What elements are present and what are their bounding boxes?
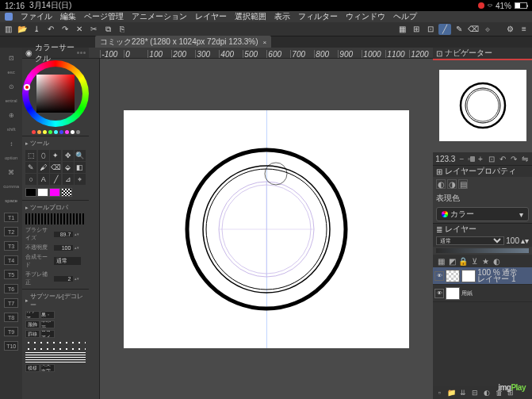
pattern-preview-2[interactable] — [25, 351, 86, 363]
ref-icon[interactable]: ★ — [480, 256, 490, 266]
visibility-toggle-2[interactable]: 👁 — [434, 289, 444, 298]
lock-transparent-icon[interactable]: ▦ — [436, 256, 446, 266]
mask-icon[interactable]: ◐ — [482, 388, 492, 397]
menu-page[interactable]: ページ管理 — [84, 11, 124, 22]
subtab-1[interactable]: 効果・演 — [40, 311, 55, 319]
new-layer-icon[interactable]: ▫ — [434, 388, 444, 397]
tool-pen-icon[interactable]: ✎ — [25, 162, 36, 173]
rotate-l-icon[interactable]: ↶ — [498, 154, 507, 163]
swatch-magenta[interactable] — [49, 188, 60, 197]
effect-2-icon[interactable]: ◑ — [447, 179, 457, 189]
morph-icon[interactable]: ⟐ — [481, 24, 494, 35]
swatch-white[interactable] — [37, 188, 48, 197]
pen-icon[interactable]: ✎ — [453, 24, 465, 35]
layer-row-2[interactable]: 👁 用紙 — [433, 285, 532, 302]
open-icon[interactable]: 📂 — [16, 24, 29, 35]
expr-color-select[interactable]: カラー ▾ — [436, 207, 529, 221]
badge-t7[interactable]: T7 — [4, 298, 18, 308]
close-tab-icon[interactable]: × — [263, 39, 267, 46]
lock-pixel-icon[interactable]: ◩ — [447, 256, 457, 266]
subtab-2[interactable]: 服飾 — [25, 320, 40, 328]
rail-icon-3[interactable]: ⊕ — [4, 108, 18, 122]
brushsize-value[interactable]: 89.7 — [54, 232, 73, 237]
badge-t10[interactable]: T10 — [4, 341, 18, 351]
tool-move-icon[interactable]: ✥ — [63, 150, 74, 161]
effect-3-icon[interactable]: ▤ — [458, 179, 468, 189]
guide-icon[interactable]: ╱ — [438, 24, 451, 35]
menu-window[interactable]: ウィンドウ — [346, 11, 385, 22]
badge-t5[interactable]: T5 — [4, 270, 18, 279]
delete-icon[interactable]: ✕ — [73, 24, 86, 35]
menu-edit[interactable]: 編集 — [60, 11, 76, 22]
badge-t9[interactable]: T9 — [4, 327, 18, 336]
ruler-icon[interactable]: ⊞ — [410, 24, 423, 35]
menu-select[interactable]: 選択範囲 — [235, 11, 266, 22]
tool-ruler-icon[interactable]: ⊿ — [63, 174, 74, 185]
menu-icon[interactable]: ≡ — [518, 24, 530, 35]
menu-filter[interactable]: フィルター — [298, 11, 338, 22]
rail-icon-1[interactable]: ⊡ — [4, 51, 18, 65]
stabilize-value[interactable]: 2 — [54, 276, 73, 282]
tool-brush-icon[interactable]: 🖌 — [38, 162, 49, 173]
undo-icon[interactable]: ↶ — [44, 24, 57, 35]
blend-value[interactable]: 通常 — [54, 257, 81, 265]
draft-icon[interactable]: ◐ — [492, 256, 501, 266]
lock-icon[interactable]: 🔒 — [458, 256, 468, 266]
tool-select-icon[interactable]: ⬚ — [25, 150, 36, 161]
rail-icon-2[interactable]: ⊙ — [4, 79, 18, 94]
menu-file[interactable]: ファイル — [21, 11, 52, 22]
app-logo-icon[interactable] — [5, 13, 13, 21]
save-icon[interactable]: ⤓ — [30, 24, 43, 35]
pattern-preview-1[interactable] — [25, 340, 86, 351]
zoom-value[interactable]: 123.3 — [435, 155, 455, 163]
merge-icon[interactable]: ⊟ — [470, 388, 480, 397]
swatch-black[interactable] — [25, 188, 36, 197]
effect-1-icon[interactable]: ◐ — [436, 179, 446, 189]
visibility-toggle-1[interactable]: 👁 — [434, 271, 444, 281]
badge-t4[interactable]: T4 — [4, 255, 18, 265]
copy-icon[interactable]: ⧉ — [101, 24, 114, 35]
badge-t1[interactable]: T1 — [4, 213, 18, 222]
navigator-preview[interactable] — [433, 59, 532, 152]
tool-wand-icon[interactable]: ✦ — [50, 150, 61, 161]
new-icon[interactable]: ▥ — [2, 24, 14, 35]
badge-t2[interactable]: T2 — [4, 227, 18, 236]
blend-mode-select[interactable]: 通常 — [436, 236, 504, 245]
stabilize-stepper[interactable]: ▴▾ — [75, 277, 79, 280]
brushsize-stepper[interactable]: ▴▾ — [75, 232, 79, 236]
tool-text-icon[interactable]: A — [38, 174, 49, 185]
rail-icon-5[interactable]: ⌘ — [4, 165, 18, 179]
cut-icon[interactable]: ✂ — [87, 24, 100, 35]
new-folder-icon[interactable]: 📁 — [446, 388, 456, 397]
opacity-stepper[interactable]: ▴▾ — [75, 246, 79, 249]
badge-t8[interactable]: T8 — [4, 313, 18, 322]
subtab-6[interactable]: 模様 — [25, 364, 40, 372]
paste-icon[interactable]: ⎘ — [116, 24, 128, 35]
ruler-vertical[interactable] — [89, 59, 100, 399]
badge-t6[interactable]: T6 — [4, 284, 18, 293]
badge-t3[interactable]: T3 — [4, 241, 18, 251]
rotate-r-icon[interactable]: ↷ — [509, 154, 519, 163]
document-tab[interactable]: コミック228* (1280 x 1024px 72dpi 123.3%) × — [95, 36, 271, 48]
transfer-icon[interactable]: ⇊ — [458, 388, 468, 397]
subtab-4[interactable]: 罫線 — [25, 330, 40, 338]
ruler-horizontal[interactable]: -100010020030040050060070080090010001100… — [89, 48, 433, 59]
gear-icon[interactable]: ⚙ — [503, 24, 516, 35]
zoom-in-icon[interactable]: + — [476, 154, 485, 163]
opacity-value[interactable]: 100 — [54, 245, 73, 251]
color-wheel[interactable] — [22, 60, 89, 127]
grid-icon[interactable]: ▦ — [396, 24, 408, 35]
layer-row-1[interactable]: 👁 100 % 通常 レイヤー 1 — [433, 267, 532, 285]
layer-opacity-stepper[interactable]: ▴▾ — [521, 236, 529, 245]
clip-icon[interactable]: ⊻ — [469, 256, 479, 266]
flip-icon[interactable]: ⇋ — [520, 154, 530, 163]
menu-view[interactable]: 表示 — [274, 11, 290, 22]
subtab-3[interactable]: 草木花 — [40, 320, 55, 328]
snap-icon[interactable]: ⊡ — [424, 24, 437, 35]
hue-presets[interactable] — [22, 129, 89, 136]
tool-zoom-icon[interactable]: 🔍 — [75, 150, 86, 161]
fit-icon[interactable]: ⊡ — [487, 154, 496, 163]
subtab-5[interactable]: ロゴアイ — [40, 330, 55, 338]
menu-help[interactable]: ヘルプ — [393, 11, 417, 22]
eraser-icon[interactable]: ⌫ — [467, 24, 480, 35]
